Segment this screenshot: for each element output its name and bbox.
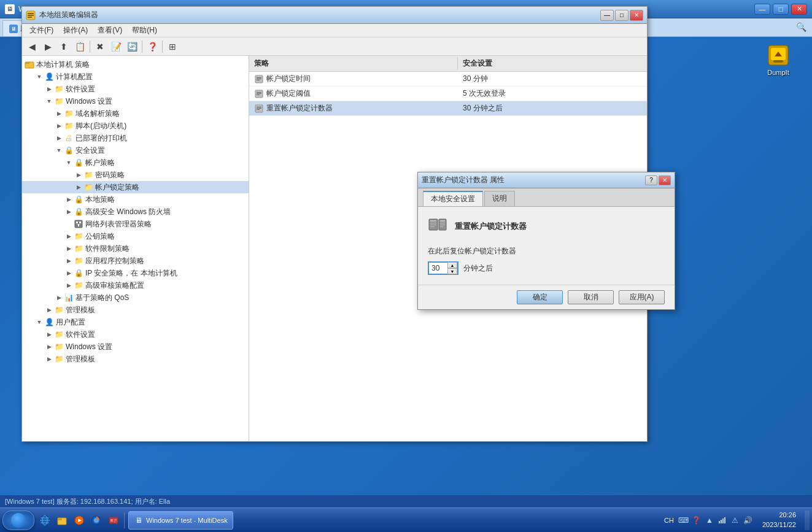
ql-firefox-icon[interactable] [88, 512, 104, 528]
dialog-cancel-button[interactable]: 取消 [568, 290, 614, 304]
ql-browser-icon[interactable] [37, 512, 53, 528]
tab-search-button[interactable]: 🔍 [795, 21, 807, 33]
tree-security-settings[interactable]: ▼ 🔒 安全设置 [22, 144, 249, 156]
spinner-down-button[interactable]: ▼ [447, 268, 457, 274]
expander-printers[interactable]: ▶ [54, 133, 64, 143]
close-button[interactable]: ✕ [791, 4, 807, 15]
expander-advanced-audit[interactable]: ▶ [64, 280, 74, 290]
menu-view[interactable]: 查看(V) [93, 24, 127, 37]
dialog-tab-local-security[interactable]: 本地安全设置 [423, 191, 483, 206]
toolbar-view[interactable]: ⊞ [165, 39, 180, 54]
table-row[interactable]: 帐户锁定时间 30 分钟 [249, 72, 647, 87]
ql-tools-icon[interactable] [106, 512, 122, 528]
expander-user-windows[interactable]: ▶ [44, 342, 54, 352]
expander-local-policy[interactable]: ▶ [64, 195, 74, 204]
expander-ip-security[interactable]: ▶ [64, 268, 74, 278]
expander-security[interactable]: ▼ [54, 145, 64, 155]
gpe-minimize[interactable]: — [600, 10, 614, 21]
expander-software-restriction[interactable]: ▶ [64, 244, 74, 253]
expander-firewall[interactable]: ▶ [64, 207, 74, 217]
ql-media-icon[interactable] [71, 512, 87, 528]
toolbar-refresh[interactable]: 🔄 [125, 39, 139, 54]
tray-alert-icon[interactable]: ⚠ [730, 515, 741, 526]
menu-action[interactable]: 操作(A) [58, 24, 93, 37]
start-button[interactable] [2, 511, 34, 530]
gpe-maximize[interactable]: □ [615, 10, 628, 21]
toolbar-forward[interactable]: ▶ [41, 39, 55, 54]
tree-software-restriction[interactable]: ▶ 📁 软件限制策略 [22, 242, 249, 255]
expander-applocker[interactable]: ▶ [64, 256, 74, 266]
toolbar-help[interactable]: ❓ [145, 39, 160, 54]
expander-lockout-policy[interactable]: ▶ [74, 182, 83, 192]
menu-help[interactable]: 帮助(H) [127, 24, 162, 37]
tree-scripts[interactable]: ▶ 📁 脚本(启动/关机) [22, 120, 249, 132]
tray-network-icon[interactable] [717, 515, 728, 526]
tree-firewall[interactable]: ▶ 🔒 高级安全 Windows 防火墙 [22, 206, 249, 218]
col-policy[interactable]: 策略 [249, 57, 458, 70]
tree-user-software[interactable]: ▶ 📁 软件设置 [22, 328, 249, 341]
tree-password-policy[interactable]: ▶ 📁 密码策略 [22, 169, 249, 181]
expander-scripts[interactable]: ▶ [54, 121, 64, 131]
menu-file[interactable]: 文件(F) [25, 24, 58, 37]
maximize-button[interactable]: □ [773, 4, 789, 15]
tree-ip-security[interactable]: ▶ 🔒 IP 安全策略，在 本地计算机 [22, 267, 249, 279]
expander-user-admin-templates[interactable]: ▶ [44, 354, 54, 364]
gpe-close[interactable]: ✕ [630, 10, 643, 21]
tray-help-icon[interactable]: ❓ [691, 515, 702, 526]
dialog-help-button[interactable]: ? [645, 175, 657, 185]
expander-password-policy[interactable]: ▶ [74, 170, 83, 180]
col-security-setting[interactable]: 安全设置 [458, 57, 647, 70]
tree-local-policy[interactable]: ▶ 🔒 本地策略 [22, 193, 249, 206]
dialog-ok-button[interactable]: 确定 [517, 290, 563, 304]
toolbar-show-hide[interactable]: 📋 [72, 39, 87, 54]
expander-computer-config[interactable]: ▼ [34, 72, 44, 82]
expander-user-config[interactable]: ▼ [34, 317, 44, 327]
tree-printers[interactable]: ▶ 🖨 已部署的打印机 [22, 132, 249, 144]
dialog-close-button[interactable]: ✕ [659, 175, 671, 185]
table-row[interactable]: 重置帐户锁定计数器 30 分钟之后 [249, 101, 647, 116]
toolbar-properties[interactable]: 📝 [109, 39, 123, 54]
tree-pane[interactable]: 本地计算机 策略 ▼ 👤 计算机配置 ▶ 📁 软件设置 [22, 56, 249, 441]
tree-windows-settings[interactable]: ▼ 📁 Windows 设置 [22, 95, 249, 107]
show-desktop-button[interactable] [805, 511, 810, 530]
tree-root[interactable]: 本地计算机 策略 [22, 58, 249, 71]
tree-admin-templates-comp[interactable]: ▶ 📁 管理模板 [22, 304, 249, 316]
desktop-icon-dumpit[interactable]: DumpIt [757, 43, 800, 76]
tree-dns[interactable]: ▶ 📁 域名解析策略 [22, 107, 249, 120]
tree-computer-config[interactable]: ▼ 👤 计算机配置 [22, 71, 249, 83]
tree-advanced-audit[interactable]: ▶ 📁 高级审核策略配置 [22, 279, 249, 291]
tree-public-key[interactable]: ▶ 📁 公钥策略 [22, 230, 249, 242]
spinner-up-button[interactable]: ▲ [447, 262, 457, 268]
tree-user-config[interactable]: ▼ 👤 用户配置 [22, 316, 249, 328]
ql-explorer-icon[interactable] [54, 512, 70, 528]
tree-account-policy[interactable]: ▼ 🔒 帐户策略 [22, 156, 249, 169]
tray-volume-icon[interactable]: 🔊 [743, 515, 754, 526]
tree-applocker[interactable]: ▶ 📁 应用程序控制策略 [22, 255, 249, 267]
taskbar-item-win7[interactable]: 🖥 Windows 7 test - MultiDesk [128, 511, 233, 530]
tree-qos[interactable]: ▶ 📊 基于策略的 QoS [22, 291, 249, 304]
toolbar-back[interactable]: ◀ [25, 39, 39, 54]
dialog-tab-explain[interactable]: 说明 [484, 191, 515, 206]
expander-dns[interactable]: ▶ [54, 109, 64, 118]
minimize-button[interactable]: — [754, 4, 770, 15]
tray-keyboard-icon[interactable]: ⌨ [678, 515, 689, 526]
expander-account-policy[interactable]: ▼ [64, 158, 74, 168]
expander-admin-templates-comp[interactable]: ▶ [44, 305, 54, 315]
expander-qos[interactable]: ▶ [54, 293, 64, 303]
dialog-apply-button[interactable]: 应用(A) [619, 290, 665, 304]
tree-lockout-policy[interactable]: ▶ 📁 帐户锁定策略 [22, 181, 249, 193]
table-row[interactable]: 帐户锁定阈值 5 次无效登录 [249, 87, 647, 101]
tree-user-admin-templates[interactable]: ▶ 📁 管理模板 [22, 353, 249, 365]
expander-public-key[interactable]: ▶ [64, 231, 74, 241]
toolbar-delete[interactable]: ✖ [93, 39, 107, 54]
tree-user-windows[interactable]: ▶ 📁 Windows 设置 [22, 341, 249, 353]
clock[interactable]: 20:26 2023/11/22 [757, 511, 801, 530]
tray-expand-icon[interactable]: ▲ [704, 515, 715, 526]
toolbar-up[interactable]: ⬆ [56, 39, 71, 54]
tree-network-list[interactable]: 网络列表管理器策略 [22, 218, 249, 230]
expander-software[interactable]: ▶ [44, 84, 54, 94]
svg-rect-54 [721, 520, 722, 523]
expander-user-software[interactable]: ▶ [44, 330, 54, 339]
tree-software-settings[interactable]: ▶ 📁 软件设置 [22, 83, 249, 95]
expander-windows[interactable]: ▼ [44, 96, 54, 106]
